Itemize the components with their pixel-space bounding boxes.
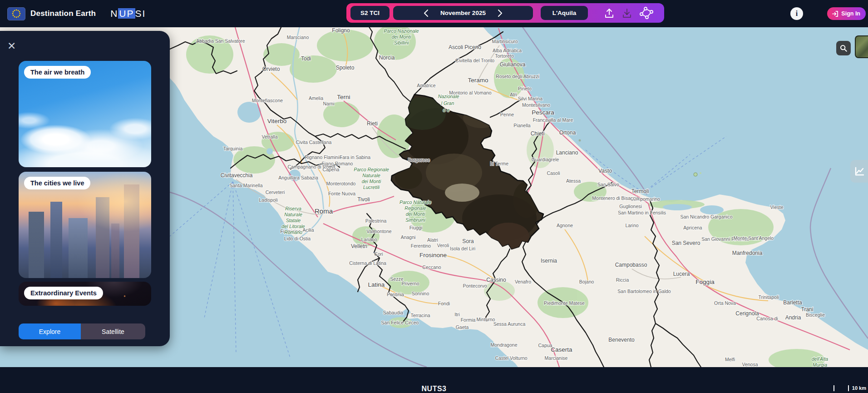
map-label: Ortona [559, 129, 576, 136]
map-label: Sonnino [412, 291, 429, 296]
map-label: San Nicandro Garganico [681, 214, 733, 219]
map-label: Tarquinia [223, 146, 243, 151]
map-label: Melfi [725, 357, 735, 362]
app-name: NUPSI [110, 8, 146, 19]
next-month-button[interactable] [498, 9, 503, 17]
map-label: Mondragone [491, 342, 518, 348]
map-label: Cerveteri [266, 189, 285, 195]
map-label: l Gran [441, 100, 454, 106]
map-label: bi Terme [490, 161, 508, 166]
card-air[interactable]: The air we breath [19, 61, 151, 167]
map-label: Anagni [401, 234, 416, 240]
map-label: Piedimonte Matese [544, 300, 585, 306]
map-label: Regionale [404, 205, 426, 211]
map-label: Chieti [531, 130, 545, 137]
map-label: Capua [538, 343, 552, 348]
map-label: Tortoreto [495, 53, 514, 59]
download-icon [621, 7, 633, 19]
map-label: Tivoli [357, 196, 370, 203]
map-label: Itri [454, 312, 460, 317]
map-label: Civitella del Tronto [455, 58, 495, 63]
layer-button[interactable]: S2 TCI [350, 6, 390, 20]
map-label: Castel Volturno [495, 355, 527, 361]
map-label: Riccia [616, 277, 629, 283]
map-label: Casoli [547, 170, 560, 176]
sign-in-label: Sign In [841, 10, 860, 17]
map-label: Montefiascone [252, 98, 283, 103]
map-label: dei Monti [362, 179, 381, 184]
map-label: Sibillini [394, 40, 409, 45]
map-label: Sessa Aurunca [493, 321, 526, 327]
map-label: Cisterna di Latina [349, 260, 386, 266]
map-label: Cerignola [735, 310, 759, 317]
date-label: November 2025 [440, 10, 486, 16]
map-label: Lariano [361, 237, 377, 242]
map-label: Civita Castellana [296, 139, 332, 145]
map-label: Venosa [742, 362, 758, 367]
map-label: Ascoli Piceno [449, 44, 481, 50]
date-navigator: November 2025 [393, 6, 533, 20]
map-label: Guardiagrele [532, 157, 559, 162]
prev-month-button[interactable] [424, 9, 429, 17]
basemap-thumbnail[interactable] [855, 35, 868, 58]
info-button[interactable]: i [790, 7, 803, 20]
upload-button[interactable] [603, 7, 615, 19]
map-label: Canosa di [756, 316, 778, 321]
map-label: Capena [323, 167, 340, 172]
map-label: Montesilvano [522, 102, 550, 108]
region-button[interactable]: L'Aquila [541, 6, 588, 20]
chart-panel-button[interactable] [850, 160, 868, 183]
map-label: Fara in Sabina [340, 154, 370, 160]
map-label: Penne [500, 112, 514, 117]
card-extraordinary[interactable]: Extraordinary Events [19, 282, 151, 306]
map-label: Fonte Nuova [328, 191, 355, 196]
map-label: Larino [625, 223, 638, 228]
top-bar: Destination Earth NUPSI S2 TCI November … [0, 0, 868, 27]
sign-in-button[interactable]: Sign In [827, 7, 866, 20]
map-label: Anguillara Sabazia [278, 175, 318, 180]
card-cities[interactable]: The cities we live [19, 172, 151, 278]
map-label: Pescara [532, 109, 554, 116]
map-control-group: S2 TCI November 2025 L'Aquila [346, 3, 664, 23]
map-label: Sabaudia [383, 310, 404, 315]
brand[interactable]: Destination Earth [7, 7, 96, 20]
map-label: Parco Nazionale [384, 28, 419, 34]
nuts-level-label[interactable]: NUTS3 [422, 385, 447, 393]
map-label: Francavilla al Mare [533, 117, 573, 123]
map-label: Silvi Marina [518, 96, 542, 101]
close-panel-button[interactable]: ✕ [6, 40, 17, 52]
brand-title: Destination Earth [30, 9, 96, 18]
download-button[interactable] [621, 7, 633, 19]
explore-tab[interactable]: Explore [19, 323, 81, 339]
eu-flag-icon [7, 7, 25, 20]
map-label: Gaeta [456, 324, 469, 330]
map-label: Trinitapoli [758, 294, 779, 300]
map-label: Fiuggi [409, 225, 423, 230]
map-label: Priverno [401, 281, 419, 286]
map-label: Monte Sant'Angelo [734, 235, 774, 241]
map-label: San Severo [672, 240, 700, 246]
map-label: Ferentino [411, 243, 431, 249]
card-cities-label: The cities we live [24, 177, 90, 189]
map-label: Spoleto [336, 65, 355, 71]
map-label: Monterotondo [326, 181, 356, 186]
search-icon [839, 44, 848, 52]
map-label: Civitavecchia [221, 172, 253, 179]
app-name-highlight: UP [118, 8, 135, 19]
map-label: Vetralla [261, 134, 277, 139]
map-label: Statale [286, 218, 301, 223]
map-label: Velletri [351, 243, 367, 249]
satellite-tab[interactable]: Satellite [81, 323, 145, 339]
map-label: Amatrice [417, 83, 436, 88]
sidebar-panel: ✕ The air we breath The cities we live E… [0, 31, 170, 346]
map-label: San Felice Circeo [381, 320, 419, 325]
map-label: Orvieto [262, 66, 280, 72]
map-label: Benevento [608, 337, 635, 343]
search-button[interactable] [836, 41, 851, 55]
map-label: Parco Regionale [354, 167, 389, 172]
scale-label: 10 km [852, 385, 866, 391]
map-label: Lanciano [556, 149, 578, 156]
map-label: o e [443, 107, 450, 113]
polygon-tool-button[interactable] [639, 6, 654, 20]
map-label: Martinsicuro [492, 39, 518, 44]
